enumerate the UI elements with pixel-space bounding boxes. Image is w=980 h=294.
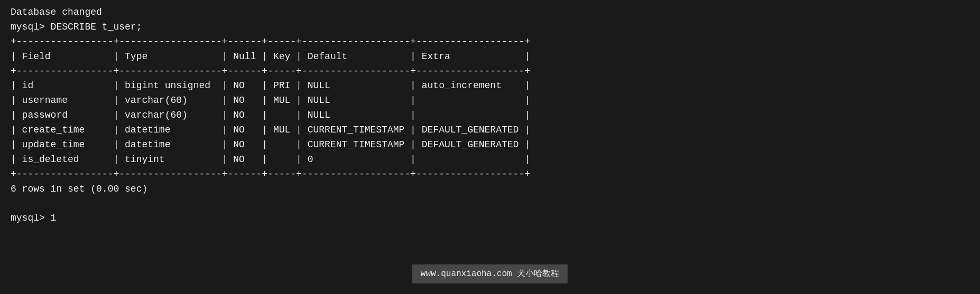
- header-line-1: Database changed: [11, 7, 102, 17]
- table-header: | Field | Type | Null | Key | Default | …: [11, 51, 530, 62]
- footer-line-1: 6 rows in set (0.00 sec): [11, 184, 147, 194]
- watermark-text: www.quanxiaoha.com 犬小哈教程: [412, 264, 568, 283]
- data-row-4: | update_time | datetime | NO | | CURREN…: [11, 139, 530, 150]
- header-line-2: mysql> DESCRIBE t_user;: [11, 22, 142, 32]
- data-row-1: | username | varchar(60) | NO | MUL | NU…: [11, 95, 530, 106]
- data-row-0: | id | bigint unsigned | NO | PRI | NULL…: [11, 80, 530, 91]
- data-row-3: | create_time | datetime | NO | MUL | CU…: [11, 125, 530, 135]
- separator-top: +-----------------+------------------+--…: [11, 36, 530, 47]
- data-row-2: | password | varchar(60) | NO | | NULL |…: [11, 110, 530, 120]
- footer-line-3: mysql> 1: [11, 213, 56, 223]
- terminal-output: Database changed mysql> DESCRIBE t_user;…: [11, 5, 969, 226]
- separator-bottom: +-----------------+------------------+--…: [11, 169, 530, 179]
- data-row-5: | is_deleted | tinyint | NO | | 0 | |: [11, 154, 530, 165]
- separator-mid: +-----------------+------------------+--…: [11, 66, 530, 77]
